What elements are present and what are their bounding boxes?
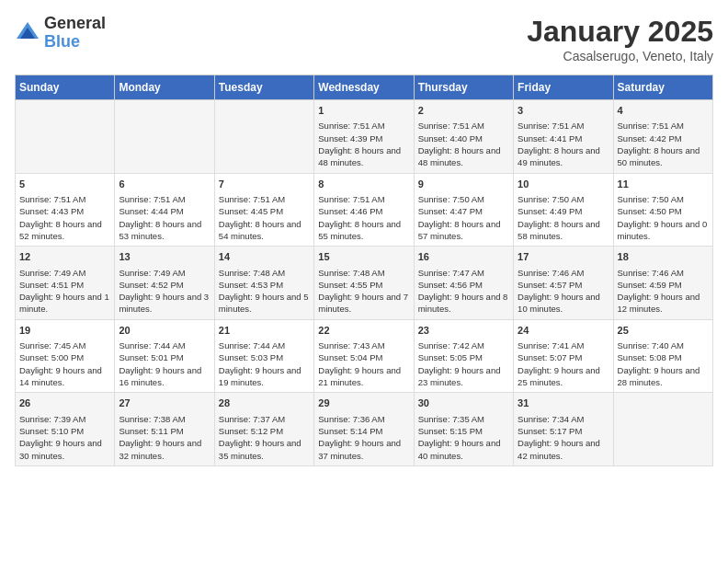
calendar-cell <box>613 393 712 466</box>
calendar-cell: 13Sunrise: 7:49 AM Sunset: 4:52 PM Dayli… <box>115 247 214 320</box>
cell-content: Sunrise: 7:46 AM Sunset: 4:57 PM Dayligh… <box>518 267 609 316</box>
weekday-header-cell: Thursday <box>414 75 513 100</box>
day-number: 29 <box>318 396 409 410</box>
day-number: 25 <box>618 324 709 338</box>
cell-content: Sunrise: 7:39 AM Sunset: 5:10 PM Dayligh… <box>19 413 110 462</box>
calendar-cell: 19Sunrise: 7:45 AM Sunset: 5:00 PM Dayli… <box>16 319 115 393</box>
weekday-header-cell: Sunday <box>16 75 115 100</box>
logo-blue: Blue <box>44 32 80 51</box>
cell-content: Sunrise: 7:46 AM Sunset: 4:59 PM Dayligh… <box>618 267 709 316</box>
day-number: 8 <box>318 178 409 191</box>
calendar-week-row: 1Sunrise: 7:51 AM Sunset: 4:39 PM Daylig… <box>16 100 713 174</box>
calendar-cell: 7Sunrise: 7:51 AM Sunset: 4:45 PM Daylig… <box>214 173 313 247</box>
calendar-cell: 28Sunrise: 7:37 AM Sunset: 5:12 PM Dayli… <box>214 393 313 466</box>
calendar-cell: 25Sunrise: 7:40 AM Sunset: 5:08 PM Dayli… <box>613 319 712 393</box>
calendar-cell <box>214 100 313 174</box>
calendar-cell: 26Sunrise: 7:39 AM Sunset: 5:10 PM Dayli… <box>16 393 115 466</box>
cell-content: Sunrise: 7:51 AM Sunset: 4:39 PM Dayligh… <box>318 120 409 168</box>
day-number: 15 <box>318 250 409 264</box>
calendar-cell: 15Sunrise: 7:48 AM Sunset: 4:55 PM Dayli… <box>314 247 414 320</box>
calendar-week-row: 19Sunrise: 7:45 AM Sunset: 5:00 PM Dayli… <box>16 319 713 393</box>
cell-content: Sunrise: 7:50 AM Sunset: 4:50 PM Dayligh… <box>618 193 709 242</box>
logo-icon <box>15 20 40 46</box>
cell-content: Sunrise: 7:51 AM Sunset: 4:40 PM Dayligh… <box>418 120 509 168</box>
day-number: 24 <box>518 324 609 338</box>
calendar-cell <box>115 100 214 174</box>
weekday-header-cell: Friday <box>514 75 613 100</box>
cell-content: Sunrise: 7:51 AM Sunset: 4:42 PM Dayligh… <box>618 120 709 168</box>
title-block: January 2025 Casalserugo, Veneto, Italy <box>527 15 713 63</box>
cell-content: Sunrise: 7:38 AM Sunset: 5:11 PM Dayligh… <box>119 413 210 462</box>
day-number: 9 <box>418 178 509 191</box>
day-number: 7 <box>219 178 310 191</box>
cell-content: Sunrise: 7:50 AM Sunset: 4:49 PM Dayligh… <box>518 193 609 242</box>
cell-content: Sunrise: 7:34 AM Sunset: 5:17 PM Dayligh… <box>518 413 609 462</box>
calendar-cell: 9Sunrise: 7:50 AM Sunset: 4:47 PM Daylig… <box>414 173 513 247</box>
cell-content: Sunrise: 7:41 AM Sunset: 5:07 PM Dayligh… <box>518 339 609 388</box>
calendar-week-row: 12Sunrise: 7:49 AM Sunset: 4:51 PM Dayli… <box>16 247 713 320</box>
calendar-cell <box>16 100 115 174</box>
calendar-cell: 22Sunrise: 7:43 AM Sunset: 5:04 PM Dayli… <box>314 319 414 393</box>
weekday-header-cell: Wednesday <box>314 75 414 100</box>
day-number: 22 <box>318 324 409 338</box>
calendar-cell: 21Sunrise: 7:44 AM Sunset: 5:03 PM Dayli… <box>214 319 313 393</box>
day-number: 10 <box>518 178 609 191</box>
calendar-cell: 11Sunrise: 7:50 AM Sunset: 4:50 PM Dayli… <box>613 173 712 247</box>
cell-content: Sunrise: 7:49 AM Sunset: 4:52 PM Dayligh… <box>119 267 210 316</box>
day-number: 16 <box>418 250 509 264</box>
calendar-table: SundayMondayTuesdayWednesdayThursdayFrid… <box>15 75 713 466</box>
day-number: 11 <box>618 178 709 191</box>
calendar-cell: 3Sunrise: 7:51 AM Sunset: 4:41 PM Daylig… <box>514 100 613 174</box>
cell-content: Sunrise: 7:51 AM Sunset: 4:43 PM Dayligh… <box>19 193 110 242</box>
weekday-header-cell: Tuesday <box>214 75 313 100</box>
main-title: January 2025 <box>527 15 713 49</box>
calendar-cell: 16Sunrise: 7:47 AM Sunset: 4:56 PM Dayli… <box>414 247 513 320</box>
calendar-cell: 29Sunrise: 7:36 AM Sunset: 5:14 PM Dayli… <box>314 393 414 466</box>
calendar-cell: 23Sunrise: 7:42 AM Sunset: 5:05 PM Dayli… <box>414 319 513 393</box>
day-number: 14 <box>219 250 310 264</box>
cell-content: Sunrise: 7:42 AM Sunset: 5:05 PM Dayligh… <box>418 339 509 388</box>
calendar-cell: 8Sunrise: 7:51 AM Sunset: 4:46 PM Daylig… <box>314 173 414 247</box>
day-number: 27 <box>119 396 210 410</box>
calendar-cell: 24Sunrise: 7:41 AM Sunset: 5:07 PM Dayli… <box>514 319 613 393</box>
cell-content: Sunrise: 7:51 AM Sunset: 4:41 PM Dayligh… <box>518 120 609 168</box>
calendar-cell: 17Sunrise: 7:46 AM Sunset: 4:57 PM Dayli… <box>514 247 613 320</box>
cell-content: Sunrise: 7:47 AM Sunset: 4:56 PM Dayligh… <box>418 267 509 316</box>
cell-content: Sunrise: 7:48 AM Sunset: 4:53 PM Dayligh… <box>219 267 310 316</box>
cell-content: Sunrise: 7:48 AM Sunset: 4:55 PM Dayligh… <box>318 267 409 316</box>
calendar-cell: 31Sunrise: 7:34 AM Sunset: 5:17 PM Dayli… <box>514 393 613 466</box>
cell-content: Sunrise: 7:50 AM Sunset: 4:47 PM Dayligh… <box>418 193 509 242</box>
page-header: General Blue January 2025 Casalserugo, V… <box>15 15 713 63</box>
calendar-cell: 30Sunrise: 7:35 AM Sunset: 5:15 PM Dayli… <box>414 393 513 466</box>
calendar-body: 1Sunrise: 7:51 AM Sunset: 4:39 PM Daylig… <box>16 100 713 466</box>
weekday-header-cell: Monday <box>115 75 214 100</box>
day-number: 13 <box>119 250 210 264</box>
day-number: 23 <box>418 324 509 338</box>
day-number: 31 <box>518 396 609 410</box>
cell-content: Sunrise: 7:51 AM Sunset: 4:46 PM Dayligh… <box>318 193 409 242</box>
cell-content: Sunrise: 7:35 AM Sunset: 5:15 PM Dayligh… <box>418 413 509 462</box>
logo: General Blue <box>15 15 106 52</box>
calendar-cell: 6Sunrise: 7:51 AM Sunset: 4:44 PM Daylig… <box>115 173 214 247</box>
calendar-cell: 2Sunrise: 7:51 AM Sunset: 4:40 PM Daylig… <box>414 100 513 174</box>
cell-content: Sunrise: 7:37 AM Sunset: 5:12 PM Dayligh… <box>219 413 310 462</box>
cell-content: Sunrise: 7:51 AM Sunset: 4:45 PM Dayligh… <box>219 193 310 242</box>
cell-content: Sunrise: 7:44 AM Sunset: 5:03 PM Dayligh… <box>219 339 310 388</box>
calendar-cell: 12Sunrise: 7:49 AM Sunset: 4:51 PM Dayli… <box>16 247 115 320</box>
cell-content: Sunrise: 7:40 AM Sunset: 5:08 PM Dayligh… <box>618 339 709 388</box>
day-number: 30 <box>418 396 509 410</box>
calendar-cell: 10Sunrise: 7:50 AM Sunset: 4:49 PM Dayli… <box>514 173 613 247</box>
day-number: 1 <box>318 104 409 118</box>
day-number: 6 <box>119 178 210 191</box>
day-number: 4 <box>618 104 709 118</box>
logo-text: General Blue <box>44 15 106 52</box>
day-number: 19 <box>19 324 110 338</box>
logo-general: General <box>44 14 106 32</box>
calendar-cell: 5Sunrise: 7:51 AM Sunset: 4:43 PM Daylig… <box>16 173 115 247</box>
cell-content: Sunrise: 7:45 AM Sunset: 5:00 PM Dayligh… <box>19 339 110 388</box>
calendar-cell: 18Sunrise: 7:46 AM Sunset: 4:59 PM Dayli… <box>613 247 712 320</box>
day-number: 26 <box>19 396 110 410</box>
day-number: 20 <box>119 324 210 338</box>
cell-content: Sunrise: 7:44 AM Sunset: 5:01 PM Dayligh… <box>119 339 210 388</box>
day-number: 21 <box>219 324 310 338</box>
